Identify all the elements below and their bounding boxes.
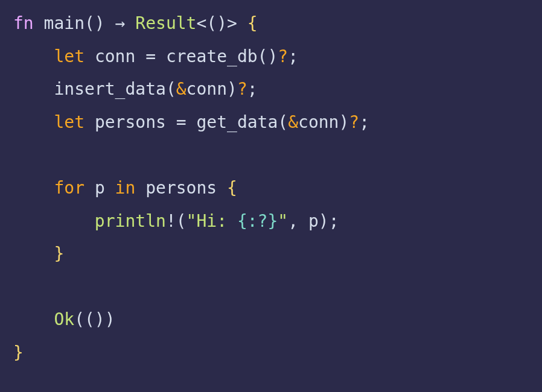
code-token: ( — [166, 79, 176, 99]
code-token: = — [176, 112, 187, 132]
code-token: & — [288, 112, 298, 132]
code-token — [84, 178, 95, 198]
code-token: { — [227, 178, 237, 198]
code-token: ) — [339, 112, 349, 132]
code-token — [34, 13, 44, 33]
code-token: = — [145, 46, 156, 66]
code-token — [13, 178, 54, 198]
code-token: insert_data — [54, 79, 165, 99]
code-token — [166, 112, 176, 132]
code-line: for p in persons { — [13, 172, 529, 205]
code-token: main — [44, 13, 84, 33]
code-token: persons — [95, 112, 166, 132]
code-token: } — [54, 244, 64, 264]
code-token: get_data — [196, 112, 278, 132]
code-token: let — [54, 46, 84, 66]
code-token: ) — [227, 79, 237, 99]
code-token: () — [84, 13, 105, 33]
code-token: ! — [166, 211, 176, 231]
code-token: conn — [187, 79, 227, 99]
code-token — [13, 112, 54, 132]
code-token: ? — [278, 46, 288, 66]
code-token — [13, 309, 54, 329]
code-token — [187, 112, 197, 132]
code-token — [13, 244, 54, 264]
code-token: {:?} — [237, 211, 278, 231]
code-token: ? — [349, 112, 359, 132]
code-token: create_db — [166, 46, 258, 66]
code-token: conn — [298, 112, 339, 132]
code-token: Result — [135, 13, 196, 33]
code-token — [84, 112, 95, 132]
code-token: ) — [319, 211, 329, 231]
code-token: ; — [359, 112, 369, 132]
code-token — [217, 178, 227, 198]
code-token: fn — [13, 13, 34, 33]
code-token: in — [115, 178, 136, 198]
code-token: " — [278, 211, 288, 231]
code-token: Ok — [54, 309, 74, 329]
code-token: ; — [247, 79, 258, 99]
code-token — [156, 46, 166, 66]
code-token: ; — [288, 46, 298, 66]
code-token: , p — [288, 211, 319, 231]
code-token: <()> — [196, 13, 247, 33]
code-token — [135, 178, 145, 198]
code-line: insert_data(&conn)?; — [13, 73, 529, 106]
code-token: & — [176, 79, 187, 99]
code-token: println — [95, 211, 166, 231]
code-token: { — [247, 13, 258, 33]
code-token: ( — [278, 112, 288, 132]
code-token: → — [115, 13, 126, 33]
code-line: } — [13, 337, 529, 370]
code-token: "Hi: — [187, 211, 237, 231]
code-line — [13, 139, 529, 172]
code-token: ( — [176, 211, 187, 231]
code-line: let conn = create_db()?; — [13, 40, 529, 74]
code-token: for — [54, 178, 84, 198]
code-line — [13, 271, 529, 304]
code-token — [135, 46, 145, 66]
code-token: conn — [95, 46, 135, 66]
code-token — [13, 211, 95, 231]
code-line: Ok(()) — [13, 303, 529, 337]
code-token — [125, 13, 135, 33]
code-token: persons — [145, 178, 217, 198]
code-token — [105, 13, 115, 33]
code-token — [13, 46, 54, 66]
code-token: ; — [329, 211, 339, 231]
code-line: fn main() → Result<()> { — [13, 7, 529, 40]
code-token: ? — [237, 79, 247, 99]
code-token: let — [54, 112, 84, 132]
code-token: () — [258, 46, 278, 66]
code-editor[interactable]: fn main() → Result<()> { let conn = crea… — [13, 7, 529, 370]
code-token: } — [13, 343, 24, 362]
code-token: (()) — [74, 309, 115, 329]
code-token: p — [95, 178, 105, 198]
code-token — [84, 46, 95, 66]
code-line: } — [13, 238, 529, 271]
code-token — [105, 178, 115, 198]
code-line: println!("Hi: {:?}", p); — [13, 205, 529, 238]
code-token — [13, 79, 54, 99]
code-line: let persons = get_data(&conn)?; — [13, 106, 529, 139]
